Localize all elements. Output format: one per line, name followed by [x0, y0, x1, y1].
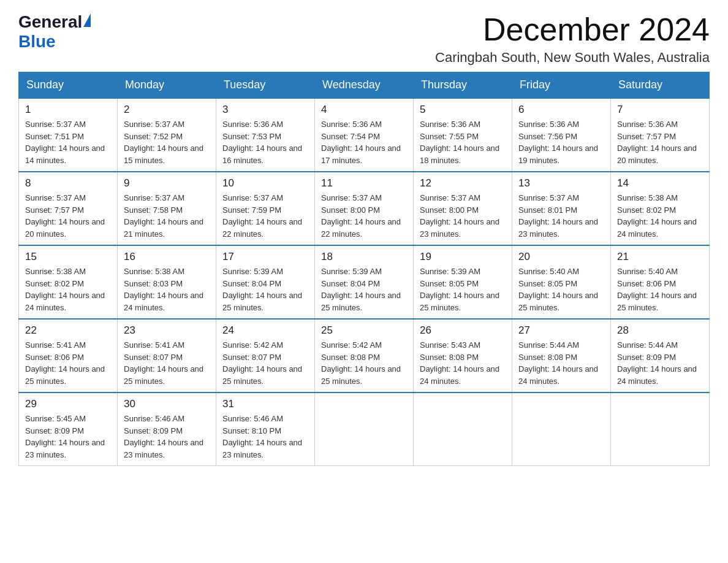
calendar-week-row: 8 Sunrise: 5:37 AM Sunset: 7:57 PM Dayli…: [19, 172, 710, 245]
sunset-text: Sunset: 7:57 PM: [617, 132, 676, 141]
day-number: 28: [617, 324, 703, 337]
col-friday: Friday: [512, 72, 611, 99]
sunrise-text: Sunrise: 5:37 AM: [420, 193, 480, 202]
calendar-cell: 2 Sunrise: 5:37 AM Sunset: 7:52 PM Dayli…: [118, 98, 216, 172]
sunset-text: Sunset: 8:02 PM: [25, 279, 84, 288]
daylight-text: Daylight: 14 hours and 23 minutes.: [518, 217, 598, 239]
day-number: 13: [518, 177, 604, 190]
sunrise-text: Sunrise: 5:46 AM: [124, 414, 184, 423]
sunset-text: Sunset: 8:09 PM: [617, 353, 676, 362]
calendar-cell: 23 Sunrise: 5:41 AM Sunset: 8:07 PM Dayl…: [118, 319, 216, 393]
day-number: 3: [222, 104, 308, 116]
calendar-cell: 4 Sunrise: 5:36 AM Sunset: 7:54 PM Dayli…: [315, 98, 414, 172]
daylight-text: Daylight: 14 hours and 24 minutes.: [420, 364, 499, 386]
day-info: Sunrise: 5:45 AM Sunset: 8:09 PM Dayligh…: [25, 413, 111, 461]
calendar-cell: 17 Sunrise: 5:39 AM Sunset: 8:04 PM Dayl…: [216, 245, 315, 319]
calendar-cell: 20 Sunrise: 5:40 AM Sunset: 8:05 PM Dayl…: [512, 245, 611, 319]
month-year-title: December 2024: [435, 12, 710, 47]
sunrise-text: Sunrise: 5:37 AM: [124, 193, 184, 202]
header-row: Sunday Monday Tuesday Wednesday Thursday…: [19, 72, 710, 99]
sunset-text: Sunset: 8:09 PM: [25, 426, 84, 435]
day-number: 24: [222, 324, 308, 337]
sunrise-text: Sunrise: 5:38 AM: [124, 267, 184, 276]
calendar-cell: 13 Sunrise: 5:37 AM Sunset: 8:01 PM Dayl…: [512, 172, 611, 245]
day-number: 18: [321, 251, 407, 263]
day-number: 9: [124, 177, 210, 190]
sunrise-text: Sunrise: 5:37 AM: [124, 120, 184, 129]
day-info: Sunrise: 5:39 AM Sunset: 8:04 PM Dayligh…: [222, 266, 308, 313]
calendar-week-row: 1 Sunrise: 5:37 AM Sunset: 7:51 PM Dayli…: [19, 98, 710, 172]
day-info: Sunrise: 5:42 AM Sunset: 8:07 PM Dayligh…: [222, 339, 308, 387]
sunrise-text: Sunrise: 5:40 AM: [617, 267, 678, 276]
day-info: Sunrise: 5:36 AM Sunset: 7:55 PM Dayligh…: [420, 118, 506, 166]
sunrise-text: Sunrise: 5:38 AM: [617, 193, 678, 202]
calendar-cell: [611, 393, 710, 466]
daylight-text: Daylight: 14 hours and 14 minutes.: [25, 144, 105, 165]
sunset-text: Sunset: 8:07 PM: [124, 353, 183, 362]
calendar-cell: 27 Sunrise: 5:44 AM Sunset: 8:08 PM Dayl…: [512, 319, 611, 393]
day-info: Sunrise: 5:43 AM Sunset: 8:08 PM Dayligh…: [420, 339, 506, 387]
day-number: 26: [420, 324, 506, 337]
day-number: 25: [321, 324, 407, 337]
calendar-week-row: 22 Sunrise: 5:41 AM Sunset: 8:06 PM Dayl…: [19, 319, 710, 393]
sunset-text: Sunset: 8:06 PM: [25, 353, 84, 362]
calendar-cell: 25 Sunrise: 5:42 AM Sunset: 8:08 PM Dayl…: [315, 319, 414, 393]
sunrise-text: Sunrise: 5:36 AM: [617, 120, 678, 129]
day-number: 29: [25, 398, 111, 410]
calendar-cell: 16 Sunrise: 5:38 AM Sunset: 8:03 PM Dayl…: [118, 245, 216, 319]
day-info: Sunrise: 5:46 AM Sunset: 8:09 PM Dayligh…: [124, 413, 210, 461]
day-number: 22: [25, 324, 111, 337]
calendar-cell: 10 Sunrise: 5:37 AM Sunset: 7:59 PM Dayl…: [216, 172, 315, 245]
sunset-text: Sunset: 8:02 PM: [617, 205, 676, 215]
day-number: 1: [25, 104, 111, 116]
day-info: Sunrise: 5:40 AM Sunset: 8:05 PM Dayligh…: [518, 266, 604, 313]
calendar-cell: 11 Sunrise: 5:37 AM Sunset: 8:00 PM Dayl…: [315, 172, 414, 245]
sunset-text: Sunset: 7:51 PM: [25, 132, 84, 141]
daylight-text: Daylight: 14 hours and 24 minutes.: [124, 291, 203, 312]
sunrise-text: Sunrise: 5:37 AM: [25, 193, 86, 202]
day-number: 23: [124, 324, 210, 337]
day-number: 6: [518, 104, 604, 116]
logo-general-label: General: [18, 12, 82, 32]
sunset-text: Sunset: 8:05 PM: [420, 279, 479, 288]
sunrise-text: Sunrise: 5:39 AM: [420, 267, 480, 276]
calendar-cell: 5 Sunrise: 5:36 AM Sunset: 7:55 PM Dayli…: [414, 98, 512, 172]
calendar-cell: 29 Sunrise: 5:45 AM Sunset: 8:09 PM Dayl…: [19, 393, 118, 466]
daylight-text: Daylight: 14 hours and 18 minutes.: [420, 144, 499, 165]
daylight-text: Daylight: 14 hours and 19 minutes.: [518, 144, 598, 165]
sunset-text: Sunset: 8:10 PM: [222, 426, 281, 435]
sunset-text: Sunset: 7:52 PM: [124, 132, 183, 141]
sunrise-text: Sunrise: 5:46 AM: [222, 414, 283, 423]
daylight-text: Daylight: 14 hours and 25 minutes.: [518, 291, 598, 312]
calendar-cell: 6 Sunrise: 5:36 AM Sunset: 7:56 PM Dayli…: [512, 98, 611, 172]
daylight-text: Daylight: 14 hours and 24 minutes.: [25, 291, 105, 312]
logo-triangle-icon: [83, 13, 91, 27]
calendar-week-row: 15 Sunrise: 5:38 AM Sunset: 8:02 PM Dayl…: [19, 245, 710, 319]
calendar-cell: 18 Sunrise: 5:39 AM Sunset: 8:04 PM Dayl…: [315, 245, 414, 319]
sunrise-text: Sunrise: 5:37 AM: [518, 193, 579, 202]
title-block: December 2024 Caringbah South, New South…: [435, 12, 710, 66]
day-info: Sunrise: 5:37 AM Sunset: 7:57 PM Dayligh…: [25, 192, 111, 240]
daylight-text: Daylight: 14 hours and 25 minutes.: [321, 364, 401, 386]
calendar-cell: 21 Sunrise: 5:40 AM Sunset: 8:06 PM Dayl…: [611, 245, 710, 319]
calendar-cell: 28 Sunrise: 5:44 AM Sunset: 8:09 PM Dayl…: [611, 319, 710, 393]
day-number: 20: [518, 251, 604, 263]
daylight-text: Daylight: 14 hours and 16 minutes.: [222, 144, 302, 165]
day-number: 27: [518, 324, 604, 337]
calendar-cell: 14 Sunrise: 5:38 AM Sunset: 8:02 PM Dayl…: [611, 172, 710, 245]
sunrise-text: Sunrise: 5:43 AM: [420, 340, 480, 350]
day-number: 2: [124, 104, 210, 116]
sunrise-text: Sunrise: 5:44 AM: [518, 340, 579, 350]
daylight-text: Daylight: 14 hours and 23 minutes.: [420, 217, 499, 239]
sunrise-text: Sunrise: 5:37 AM: [321, 193, 382, 202]
sunset-text: Sunset: 7:58 PM: [124, 205, 183, 215]
day-info: Sunrise: 5:41 AM Sunset: 8:07 PM Dayligh…: [124, 339, 210, 387]
sunset-text: Sunset: 7:57 PM: [25, 205, 84, 215]
calendar-cell: [315, 393, 414, 466]
calendar-cell: 22 Sunrise: 5:41 AM Sunset: 8:06 PM Dayl…: [19, 319, 118, 393]
sunset-text: Sunset: 8:03 PM: [124, 279, 183, 288]
daylight-text: Daylight: 14 hours and 20 minutes.: [617, 144, 697, 165]
daylight-text: Daylight: 14 hours and 23 minutes.: [124, 438, 203, 459]
day-info: Sunrise: 5:37 AM Sunset: 7:58 PM Dayligh…: [124, 192, 210, 240]
logo-blue-text: Blue: [18, 32, 56, 52]
